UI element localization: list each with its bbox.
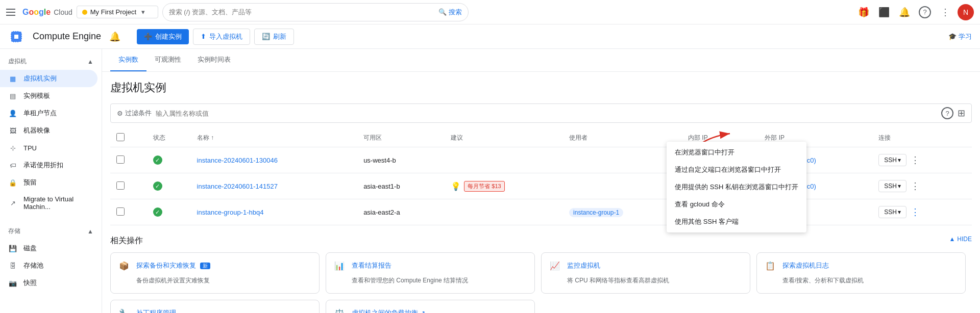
chevron-up-storage-icon: ▲ <box>87 228 93 235</box>
svg-rect-10 <box>11 38 13 39</box>
columns-icon[interactable]: ⊞ <box>958 108 965 119</box>
row2-user <box>563 173 682 199</box>
avatar[interactable]: N <box>958 4 974 20</box>
action-card-backup[interactable]: 📦 探索备份和灾难恢复 新 备份虚拟机并设置灾难恢复 <box>110 252 320 294</box>
refresh-button[interactable]: 🔄 刷新 <box>254 29 294 45</box>
row2-checkbox[interactable] <box>116 181 125 190</box>
table-row: instance-group-1-hbq4 asia-east2-a insta… <box>110 199 972 225</box>
sidebar-item-reservations[interactable]: 🔒 预留 <box>0 174 97 191</box>
reservations-icon: 🔒 <box>8 178 17 187</box>
instance3-link[interactable]: instance-group-1-hbq4 <box>197 208 264 216</box>
sidebar-item-disks[interactable]: 💾 磁盘 <box>0 240 97 257</box>
th-name[interactable]: 名称 ↑ <box>191 129 358 147</box>
context-menu-item-gcloud[interactable]: 查看 gcloud 命令 <box>667 196 806 213</box>
instance-group-badge[interactable]: instance-group-1 <box>569 208 623 217</box>
row3-ssh-button[interactable]: SSH ▾ <box>878 206 906 218</box>
svg-rect-13 <box>20 38 22 39</box>
svg-rect-12 <box>20 36 22 37</box>
th-user: 使用者 <box>563 129 682 147</box>
gift-button[interactable]: 🎁 <box>855 4 872 20</box>
svg-rect-7 <box>17 40 18 42</box>
hide-button[interactable]: ▲ HIDE <box>949 236 972 243</box>
lb-icon: ⚖️ <box>334 308 347 313</box>
search-input[interactable] <box>169 8 434 16</box>
migrate-icon: ↗ <box>8 198 17 207</box>
context-menu-item-custom-port[interactable]: 通过自定义端口在浏览器窗口中打开 <box>667 161 806 178</box>
th-suggestion: 建议 <box>445 129 563 147</box>
service-bell-icon[interactable]: 🔔 <box>109 31 120 42</box>
row3-checkbox[interactable] <box>116 207 125 216</box>
subheader-actions: ➕ 创建实例 ⬆ 导入虚拟机 🔄 刷新 <box>137 29 294 45</box>
action-card-lb[interactable]: ⚖️ 虚拟机之间的负载均衡 ↗ 随着流量和用户增长，为您的应用设置负载均衡 <box>326 300 535 313</box>
vm-instances-icon: ▦ <box>8 74 17 83</box>
context-menu-item-ssh-key[interactable]: 使用提供的 SSH 私钥在浏览器窗口中打开 <box>667 178 806 196</box>
action-card-monitoring[interactable]: 📈 监控虚拟机 将 CPU 和网络等指标查看高群虚拟机 <box>541 252 750 294</box>
row2-more-button[interactable]: ⋮ <box>909 178 922 194</box>
sidebar: 虚拟机 ▲ ▦ 虚拟机实例 ▤ 实例模板 👤 单租户节点 🖼 机器映像 <box>0 49 102 313</box>
project-dot <box>82 10 87 15</box>
google-cloud-logo: Google Cloud <box>22 8 72 17</box>
vm-section-header[interactable]: 虚拟机 ▲ <box>0 53 102 70</box>
project-selector[interactable]: My First Project ▾ <box>77 6 158 18</box>
import-icon: ⬆ <box>201 33 206 40</box>
sidebar-item-snapshots[interactable]: 📷 快照 <box>0 274 97 292</box>
filter-input[interactable] <box>156 110 937 117</box>
action-card-billing[interactable]: 📊 查看结算报告 查看和管理您的 Compute Engine 结算情况 <box>326 252 535 294</box>
main-layout: 虚拟机 ▲ ▦ 虚拟机实例 ▤ 实例模板 👤 单租户节点 🖼 机器映像 <box>0 49 980 313</box>
row3-more-button[interactable]: ⋮ <box>909 204 922 220</box>
sidebar-item-instance-templates[interactable]: ▤ 实例模板 <box>0 87 97 105</box>
status-ok-icon <box>153 155 162 165</box>
terminal-button[interactable]: ⬛ <box>876 4 892 20</box>
vm-section: 虚拟机 ▲ ▦ 虚拟机实例 ▤ 实例模板 👤 单租户节点 🖼 机器映像 <box>0 49 102 219</box>
context-menu-item-other-ssh[interactable]: 使用其他 SSH 客户端 <box>667 213 806 230</box>
storage-section: 存储 ▲ 💾 磁盘 🗄 存储池 📷 快照 <box>0 219 102 296</box>
tabs: 实例数 可观测性 实例时间表 <box>102 49 980 72</box>
notification-button[interactable]: 🔔 <box>896 4 913 20</box>
row1-ssh-button[interactable]: SSH ▾ <box>878 154 906 166</box>
storage-pools-icon: 🗄 <box>8 261 17 270</box>
create-instance-button[interactable]: ➕ 创建实例 <box>137 29 189 44</box>
row3-suggestion <box>445 199 563 225</box>
row1-checkbox[interactable] <box>116 155 125 164</box>
search-icon: 🔍 <box>438 8 447 16</box>
main-content: 实例数 可观测性 实例时间表 虚拟机实例 ⚙ 过滤条件 <box>102 49 980 313</box>
monitoring-icon: 📈 <box>550 261 562 273</box>
hamburger-menu[interactable] <box>6 6 18 18</box>
plus-icon: ➕ <box>144 33 152 40</box>
select-all-checkbox[interactable] <box>116 133 125 141</box>
tab-schedule[interactable]: 实例时间表 <box>189 49 239 71</box>
svg-rect-11 <box>20 34 22 35</box>
help-button[interactable]: ? <box>917 4 933 20</box>
sidebar-item-machine-images[interactable]: 🖼 机器映像 <box>0 122 97 139</box>
import-vm-button[interactable]: ⬆ 导入虚拟机 <box>193 29 250 45</box>
sidebar-item-tpu[interactable]: ⊹ TPU <box>0 139 97 156</box>
action-card-logs[interactable]: 📋 探索虚拟机日志 查看/搜索、分析和下载虚拟机 <box>756 252 966 294</box>
more-icon: ⋮ <box>941 7 950 18</box>
tab-instances[interactable]: 实例数 <box>110 49 146 71</box>
subheader: Compute Engine 🔔 ➕ 创建实例 ⬆ 导入虚拟机 🔄 刷新 🎓 学… <box>0 24 980 49</box>
patch-icon: 🔧 <box>119 308 131 313</box>
committed-use-icon: 🏷 <box>8 161 17 170</box>
sidebar-item-storage-pools[interactable]: 🗄 存储池 <box>0 257 97 274</box>
storage-section-header[interactable]: 存储 ▲ <box>0 223 102 240</box>
tab-observability[interactable]: 可观测性 <box>146 49 189 71</box>
action-card-patch[interactable]: 🔧 补丁程序管理 安装补丁程序更新并查看虚拟机实例上的补丁程序合规性 <box>110 300 320 313</box>
context-menu-item-browser[interactable]: 在浏览器窗口中打开 <box>667 144 806 161</box>
filter-help-icon[interactable]: ? <box>941 107 953 119</box>
external-link-icon: ↗ <box>420 309 425 313</box>
sidebar-item-migrate[interactable]: ↗ Migrate to Virtual Machin... <box>0 191 97 215</box>
sidebar-item-vm-instances[interactable]: ▦ 虚拟机实例 <box>0 70 97 87</box>
search-button[interactable]: 🔍 搜索 <box>438 8 462 17</box>
sidebar-item-sole-tenant[interactable]: 👤 单租户节点 <box>0 105 97 122</box>
learn-link[interactable]: 🎓 学习 <box>948 32 972 41</box>
svg-rect-5 <box>13 40 14 42</box>
more-button[interactable]: ⋮ <box>937 4 953 20</box>
sidebar-item-committed-use[interactable]: 🏷 承诺使用折扣 <box>0 156 97 174</box>
row1-more-button[interactable]: ⋮ <box>909 152 922 168</box>
instance1-link[interactable]: instance-20240601-130046 <box>197 156 278 164</box>
bell-icon: 🔔 <box>899 7 910 18</box>
filter-icon: ⚙ <box>117 110 123 117</box>
th-connect: 连接 <box>872 129 972 147</box>
row2-ssh-button[interactable]: SSH ▾ <box>878 180 906 192</box>
instance2-link[interactable]: instance-20240601-141527 <box>197 182 278 190</box>
